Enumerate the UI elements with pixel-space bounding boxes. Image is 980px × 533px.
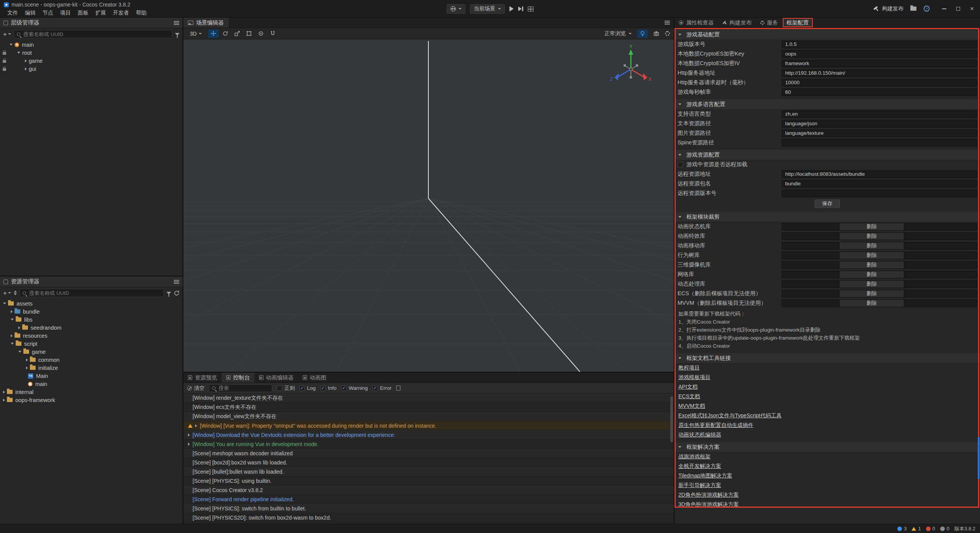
filter-icon[interactable] xyxy=(167,292,171,294)
log-filter[interactable]: Error xyxy=(372,385,392,391)
asset-node[interactable]: oops-framework xyxy=(0,396,183,404)
doc-link[interactable]: MVVM文档 xyxy=(678,403,705,410)
inspector-scrollbar[interactable] xyxy=(978,437,980,479)
asset-node[interactable]: bundle xyxy=(0,307,183,316)
expand-arrow[interactable] xyxy=(3,391,5,394)
log-row[interactable]: [Window] Download the Vue Devtools exten… xyxy=(183,430,674,440)
solution-link[interactable]: 战旗游戏框架 xyxy=(678,453,710,460)
scene-viewport[interactable]: Y X Z xyxy=(183,39,674,372)
collapse-arrow[interactable] xyxy=(678,154,681,156)
asset-node[interactable]: internal xyxy=(0,388,183,396)
solution-link[interactable]: 2D角色扮演游戏解决方案 xyxy=(678,492,739,499)
checkbox[interactable] xyxy=(341,386,346,391)
log-row[interactable]: [Scene] [PHYSICS]: switch from builtin t… xyxy=(183,504,674,513)
hierarchy-node[interactable]: gui xyxy=(0,65,183,73)
gear-icon[interactable] xyxy=(665,31,670,36)
console-tab[interactable]: 控制台 xyxy=(222,373,255,383)
filter-icon[interactable] xyxy=(175,33,180,36)
expand-arrow[interactable] xyxy=(3,302,6,304)
remote-load-checkbox[interactable] xyxy=(678,162,683,167)
console-tab[interactable]: 资源预览 xyxy=(183,373,222,383)
layout-button[interactable] xyxy=(528,7,533,11)
play-button[interactable] xyxy=(510,6,514,11)
add-asset-button[interactable]: + xyxy=(3,290,11,296)
expand-arrow[interactable] xyxy=(18,326,20,329)
config-input[interactable]: language/texture xyxy=(782,129,977,137)
log-row[interactable]: [Window] You are running Vue in developm… xyxy=(183,440,674,449)
console-scrollbar[interactable] xyxy=(670,396,673,442)
status-count[interactable]: 1 xyxy=(911,526,921,531)
save-button[interactable]: 保存 xyxy=(815,199,840,208)
delete-button[interactable]: 删除 xyxy=(839,242,904,250)
checkbox[interactable] xyxy=(299,386,305,391)
step-button[interactable] xyxy=(518,7,523,11)
lock-icon[interactable] xyxy=(3,52,6,55)
delete-button[interactable]: 删除 xyxy=(839,223,904,231)
expand-arrow[interactable] xyxy=(11,334,13,337)
asset-node[interactable]: seedrandom xyxy=(0,324,183,332)
asset-node[interactable]: initialize xyxy=(0,364,183,372)
log-filter[interactable]: Log xyxy=(299,385,316,391)
config-input[interactable]: 10000 xyxy=(782,79,977,87)
refresh-icon[interactable] xyxy=(174,290,180,296)
rect-tool-button[interactable] xyxy=(244,29,254,38)
expand-arrow[interactable] xyxy=(17,52,20,54)
console-search-input[interactable] xyxy=(218,385,269,391)
menu-item[interactable]: 扩展 xyxy=(92,9,109,16)
close-button[interactable]: × xyxy=(970,7,974,11)
config-input[interactable] xyxy=(782,190,977,197)
log-row[interactable]: [Scene] [PHYSICS]: using builtin. xyxy=(183,476,674,486)
doc-link[interactable]: 教程项目 xyxy=(678,365,700,371)
panel-menu-icon[interactable] xyxy=(174,23,179,23)
log-row[interactable]: [Scene] [box2d]:box2d wasm lib loaded. xyxy=(183,458,674,467)
delete-button[interactable]: 删除 xyxy=(839,299,904,307)
collapse-arrow[interactable] xyxy=(678,216,681,218)
config-input[interactable]: zh,en xyxy=(782,110,977,118)
solution-link[interactable]: 3D角色扮演游戏解决方案 xyxy=(678,501,739,508)
open-folder-icon[interactable] xyxy=(910,7,916,11)
panel-menu-icon[interactable] xyxy=(174,281,179,282)
asset-node[interactable]: resources xyxy=(0,332,183,340)
delete-button[interactable]: 删除 xyxy=(839,261,904,269)
menu-item[interactable]: 项目 xyxy=(57,9,74,16)
delete-button[interactable]: 删除 xyxy=(839,252,904,259)
asset-node[interactable]: libs xyxy=(0,316,183,324)
help-icon[interactable]: ? xyxy=(923,5,930,12)
expand-arrow[interactable] xyxy=(10,44,13,46)
asset-node[interactable]: assets xyxy=(0,299,183,307)
section-header[interactable]: 框架模块裁剪 xyxy=(675,212,980,222)
menu-item[interactable]: 面板 xyxy=(74,9,92,16)
section-header[interactable]: 框架文档工具链接 xyxy=(675,353,980,363)
log-row[interactable]: [Window] ecs文件夹不存在 xyxy=(183,403,674,412)
lock-icon[interactable] xyxy=(3,60,6,63)
tab-scene-editor[interactable]: 场景编辑器 xyxy=(183,18,229,28)
status-count[interactable]: 0 xyxy=(940,526,949,531)
doc-link[interactable]: Excel格式转Json文件与TypeScript代码工具 xyxy=(678,412,782,419)
log-row[interactable]: [Scene] [bullet]:bullet wasm lib loaded. xyxy=(183,467,674,476)
assets-search-input[interactable] xyxy=(28,290,161,296)
menu-item[interactable]: 编辑 xyxy=(21,9,39,16)
doc-link[interactable]: 原生包热更新配置自动生成插件 xyxy=(678,422,753,429)
log-row[interactable]: [Scene] Cocos Creator v3.8.2 xyxy=(183,486,674,495)
minimize-button[interactable] xyxy=(942,8,946,9)
inspector-tab[interactable]: 服务 xyxy=(756,18,782,28)
scale-tool-button[interactable] xyxy=(232,29,242,38)
config-input[interactable]: http://192.168.0.150/main/ xyxy=(782,69,977,77)
inspector-tab[interactable]: 属性检查器 xyxy=(675,18,718,28)
log-row[interactable]: [Scene] meshopt wasm decoder initialized xyxy=(183,449,674,458)
log-row[interactable]: [Scene] Forward render pipeline initiali… xyxy=(183,495,674,504)
config-input[interactable]: 1.0.5 xyxy=(782,41,977,48)
copy-log-icon[interactable] xyxy=(396,386,400,391)
log-filter[interactable]: Info xyxy=(320,385,337,391)
inspector-tab[interactable]: 构建发布 xyxy=(718,18,756,28)
sort-icon[interactable] xyxy=(14,291,17,295)
log-row[interactable]: [Window] model_view文件夹不存在 xyxy=(183,412,674,421)
collapse-arrow[interactable] xyxy=(678,357,681,359)
build-publish-button[interactable]: 构建发布 xyxy=(873,5,903,12)
expand-arrow[interactable] xyxy=(25,59,27,62)
asset-node[interactable]: Main xyxy=(0,372,183,380)
menu-item[interactable]: 帮助 xyxy=(132,9,150,16)
camera-settings-button[interactable] xyxy=(651,29,662,38)
log-row[interactable]: [Window] render_texture文件夹不存在 xyxy=(183,394,674,403)
section-header[interactable]: 游戏基础配置 xyxy=(675,29,980,39)
